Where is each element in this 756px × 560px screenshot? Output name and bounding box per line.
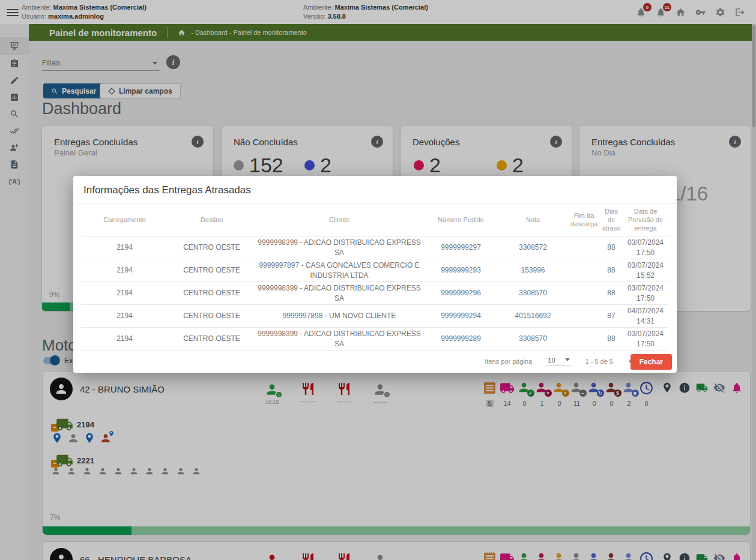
- table-cell: 9999997898 - UM NOVO CLIENTE: [255, 305, 423, 328]
- table-row: 2194CENTRO OESTE9999997898 - UM NOVO CLI…: [81, 305, 669, 328]
- column-header: Carregamento: [81, 203, 168, 236]
- table-cell: 9999997897 - CASA GONCALVES COMERCIO E I…: [255, 259, 423, 282]
- table-cell: CENTRO OESTE: [168, 328, 255, 351]
- table-row: 2194CENTRO OESTE9999998399 - ADICAO DIST…: [81, 282, 669, 305]
- table-cell: 2194: [81, 259, 168, 282]
- late-deliveries-table-body: 2194CENTRO OESTE9999998399 - ADICAO DIST…: [81, 236, 669, 351]
- table-cell: CENTRO OESTE: [168, 282, 255, 305]
- table-cell: 9999999289: [423, 328, 498, 351]
- table-row: 2194CENTRO OESTE9999997897 - CASA GONCAL…: [81, 259, 669, 282]
- table-cell: CENTRO OESTE: [168, 236, 255, 259]
- table-cell: 9999999293: [423, 259, 498, 282]
- table-cell: 9999999296: [423, 282, 498, 305]
- table-cell: CENTRO OESTE: [168, 259, 255, 282]
- table-cell: 9999999297: [423, 236, 498, 259]
- table-cell: 88: [600, 259, 622, 282]
- table-row: 2194CENTRO OESTE9999998399 - ADICAO DIST…: [81, 328, 669, 351]
- column-header: Dias de atraso: [600, 203, 622, 236]
- table-cell: 03/07/2024 17:50: [622, 282, 669, 305]
- pagination-range: 1 - 5 de 5: [585, 358, 613, 365]
- column-header: Número Pedido: [423, 203, 498, 236]
- items-per-page-value: 10: [548, 357, 555, 364]
- table-row: 2194CENTRO OESTE9999998399 - ADICAO DIST…: [81, 236, 669, 259]
- pagination: Itens por página 10 1 - 5 de 5: [73, 356, 655, 366]
- table-cell: 9999998399 - ADICAO DISTRIBUICAO EXPRESS…: [255, 282, 423, 305]
- table-cell: CENTRO OESTE: [168, 305, 255, 328]
- table-cell: 3308572: [498, 236, 567, 259]
- table-cell: 9999999294: [423, 305, 498, 328]
- table-cell: [567, 305, 600, 328]
- table-cell: [567, 282, 600, 305]
- table-cell: 401516692: [498, 305, 567, 328]
- table-cell: 03/07/2024 17:50: [622, 236, 669, 259]
- table-cell: 153996: [498, 259, 567, 282]
- table-cell: 2194: [81, 328, 168, 351]
- chevron-down-icon: [565, 358, 570, 364]
- column-header: Destino: [168, 203, 255, 236]
- table-cell: [567, 236, 600, 259]
- table-cell: 3308570: [498, 282, 567, 305]
- table-cell: [567, 259, 600, 282]
- table-cell: 9999998399 - ADICAO DISTRIBUICAO EXPRESS…: [255, 328, 423, 351]
- table-cell: 2194: [81, 282, 168, 305]
- table-cell: 88: [600, 236, 622, 259]
- table-cell: 04/07/2024 14:31: [622, 305, 669, 328]
- table-cell: 2194: [81, 236, 168, 259]
- late-deliveries-modal: Informações das Entregas Atrasadas Carre…: [73, 176, 677, 373]
- late-deliveries-table: CarregamentoDestinoClienteNúmero PedidoN…: [81, 203, 669, 351]
- table-cell: 03/07/2024 17:50: [622, 328, 669, 351]
- column-header: Nota: [498, 203, 567, 236]
- table-cell: 2194: [81, 305, 168, 328]
- table-cell: 3308570: [498, 328, 567, 351]
- column-header: Fim da descarga: [567, 203, 600, 236]
- monitoring-dashboard-page: Ambiente: Maxima Sistemas (Comercial) Us…: [0, 0, 756, 560]
- items-per-page-label: Itens por página: [485, 358, 532, 365]
- table-cell: 87: [600, 305, 622, 328]
- modal-title: Informações das Entregas Atrasadas: [73, 176, 677, 203]
- table-cell: [567, 328, 600, 351]
- items-per-page-select[interactable]: 10: [546, 356, 570, 366]
- column-header: Cliente: [255, 203, 423, 236]
- table-cell: 03/07/2024 15:52: [622, 259, 669, 282]
- table-cell: 88: [600, 328, 622, 351]
- column-header: Data de Previsão de entrega: [622, 203, 669, 236]
- table-cell: 9999998399 - ADICAO DISTRIBUICAO EXPRESS…: [255, 236, 423, 259]
- table-cell: 88: [600, 282, 622, 305]
- close-button[interactable]: Fechar: [631, 354, 672, 370]
- table-header-row: CarregamentoDestinoClienteNúmero PedidoN…: [81, 203, 669, 236]
